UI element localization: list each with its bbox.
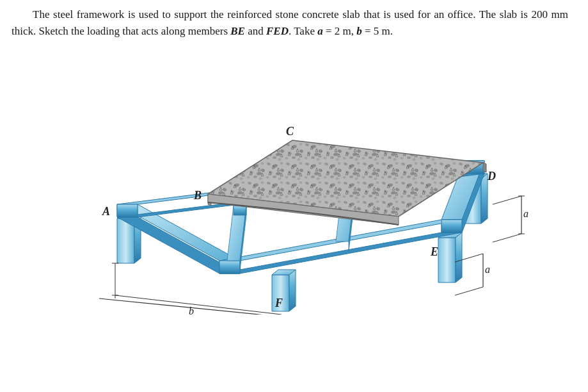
svg-marker-41 bbox=[441, 220, 462, 233]
problem-text: The steel framework is used to support t… bbox=[12, 6, 568, 40]
label-C: C bbox=[286, 125, 294, 138]
label-B: B bbox=[193, 189, 202, 202]
label-E: E bbox=[430, 245, 438, 258]
dim-b: b bbox=[189, 306, 194, 314]
svg-marker-43 bbox=[234, 206, 246, 215]
svg-marker-51 bbox=[483, 163, 486, 172]
page-container: The steel framework is used to support t… bbox=[0, 0, 588, 392]
svg-line-61 bbox=[115, 295, 282, 314]
svg-marker-25 bbox=[289, 270, 296, 311]
svg-marker-20 bbox=[438, 238, 456, 282]
svg-marker-36 bbox=[117, 204, 138, 217]
label-A: A bbox=[102, 205, 110, 218]
structural-diagram: A B C D E F a a b bbox=[16, 45, 573, 314]
label-F: F bbox=[274, 297, 283, 309]
diagram-container: A B C D E F a a b bbox=[16, 45, 573, 314]
svg-line-58 bbox=[455, 287, 483, 295]
dim-a-right: a bbox=[523, 208, 528, 219]
svg-marker-22 bbox=[456, 233, 462, 282]
dim-a-front: a bbox=[485, 264, 490, 275]
svg-marker-40 bbox=[219, 261, 240, 274]
svg-line-53 bbox=[493, 234, 521, 242]
label-D: D bbox=[487, 170, 496, 183]
svg-marker-19 bbox=[481, 174, 488, 224]
svg-line-52 bbox=[493, 196, 521, 204]
